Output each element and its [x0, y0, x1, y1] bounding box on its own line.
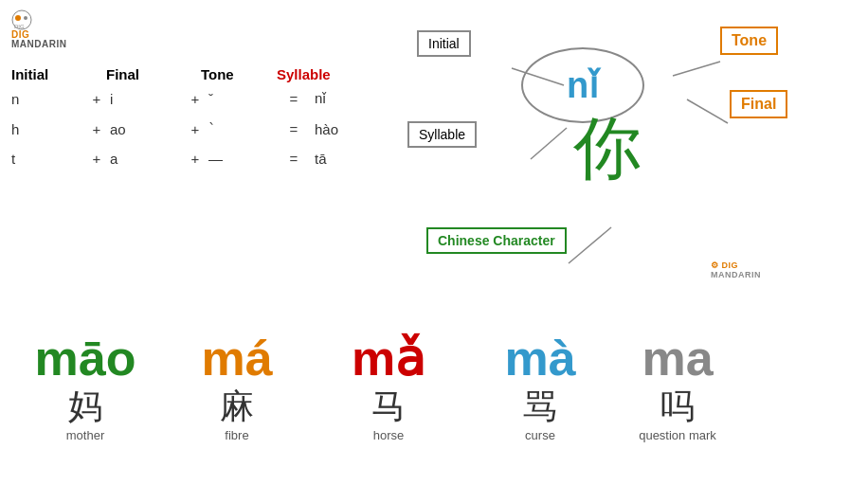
cell-initial-2: h	[11, 121, 87, 137]
syllable-display: nǐ	[567, 64, 599, 106]
tone-item-5: ma 吗 question mark	[616, 332, 739, 442]
cell-syllable-2: hào	[315, 121, 338, 137]
tone1-chinese: 妈	[68, 386, 102, 426]
header-final: Final	[106, 66, 182, 82]
header-tone: Tone	[201, 66, 277, 82]
tone3-chinese: 马	[371, 386, 406, 426]
tone1-pinyin: māo	[35, 332, 136, 386]
tone2-chinese: 麻	[220, 386, 254, 426]
cell-final-2: ao	[110, 121, 186, 137]
label-final: Final	[730, 90, 787, 118]
label-syllable: Syllable	[407, 121, 477, 148]
tone4-meaning: curse	[525, 428, 555, 442]
header-syllable: Syllable	[277, 66, 353, 82]
tone5-chinese: 吗	[660, 386, 695, 426]
svg-line-7	[673, 62, 720, 76]
tone3-pinyin: mǎ	[352, 332, 425, 386]
svg-line-6	[569, 227, 611, 263]
tone5-meaning: question mark	[639, 428, 716, 442]
svg-line-5	[531, 128, 567, 159]
logo-icon: DIG	[11, 9, 32, 30]
logo-top-left: DIG DIGMANDARIN	[11, 9, 66, 49]
svg-line-8	[687, 99, 728, 123]
tones-section: māo 妈 mother má 麻 fibre mǎ 马 horse mà 骂 …	[9, 332, 739, 442]
logo-bottom-right: ⚙ DIGMANDARIN	[711, 260, 761, 279]
svg-point-2	[24, 16, 27, 20]
label-initial: Initial	[417, 30, 471, 57]
table-row: n + i + ˇ = nǐ	[11, 90, 353, 107]
logo-top-text: DIGMANDARIN	[11, 30, 66, 49]
tone-item-4: mà 骂 curse	[464, 332, 616, 442]
svg-point-1	[15, 15, 21, 21]
tone3-meaning: horse	[373, 428, 405, 442]
label-tone: Tone	[720, 27, 778, 55]
tone2-pinyin: má	[201, 332, 272, 386]
cell-syllable-3: tā	[315, 151, 327, 167]
cell-initial-1: n	[11, 91, 87, 107]
cell-final-1: i	[110, 91, 186, 107]
chinese-char-display: 你	[573, 114, 642, 182]
header-initial: Initial	[11, 66, 87, 82]
cell-tone-2: ˋ	[208, 120, 284, 137]
table-header: Initial Final Tone Syllable	[11, 66, 353, 82]
cell-final-3: a	[110, 151, 186, 167]
cell-initial-3: t	[11, 151, 87, 167]
tone4-pinyin: mà	[504, 332, 575, 386]
tone4-chinese: 骂	[523, 386, 557, 426]
table-row: t + a + — = tā	[11, 151, 353, 167]
diagram-section: Initial nǐ 你 Syllable Chinese Character …	[407, 19, 853, 322]
table-row: h + ao + ˋ = hào	[11, 120, 353, 137]
tone2-meaning: fibre	[225, 428, 248, 442]
cell-tone-1: ˇ	[208, 91, 284, 107]
tone-item-3: mǎ 马 horse	[313, 332, 464, 442]
tone-item-2: má 麻 fibre	[161, 332, 313, 442]
cell-tone-3: —	[208, 151, 284, 167]
label-chinese: Chinese Character	[426, 227, 567, 254]
tone-item-1: māo 妈 mother	[9, 332, 161, 442]
cell-syllable-1: nǐ	[315, 90, 326, 107]
tone5-pinyin: ma	[642, 332, 713, 386]
syllable-table: Initial Final Tone Syllable n + i + ˇ = …	[11, 66, 353, 180]
tone1-meaning: mother	[66, 428, 104, 442]
